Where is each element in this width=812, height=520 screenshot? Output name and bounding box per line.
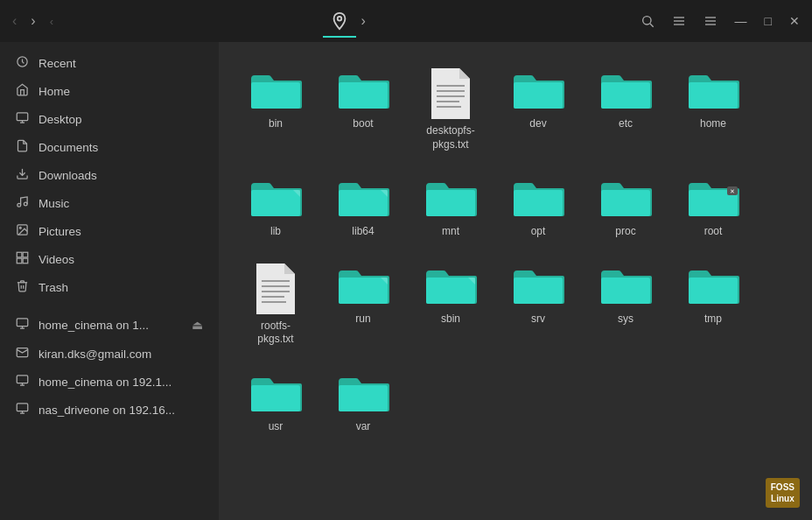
file-item-tmp[interactable]: tmp: [674, 255, 752, 354]
sidebar-item-documents[interactable]: Documents: [0, 133, 219, 161]
svg-rect-39: [514, 82, 563, 109]
file-label: srv: [531, 313, 545, 327]
file-item-etc[interactable]: etc: [586, 60, 665, 158]
up-button[interactable]: ‹: [45, 11, 59, 32]
location-forward-button[interactable]: ›: [356, 10, 371, 32]
close-button[interactable]: ✕: [784, 11, 805, 32]
back-button[interactable]: ‹: [7, 10, 22, 32]
location-bar: ›: [59, 8, 635, 34]
maximize-button[interactable]: □: [760, 11, 777, 32]
desktop-icon: [14, 111, 30, 127]
folder-icon: [510, 262, 566, 307]
svg-point-0: [337, 17, 341, 21]
file-label: root: [704, 225, 723, 239]
file-item-rootfs-pkgs.txt[interactable]: rootfs-pkgs.txt: [236, 255, 315, 354]
sidebar-label-music: Music: [38, 197, 69, 210]
file-item-srv[interactable]: srv: [499, 255, 578, 354]
sidebar-item-home-cinema-2[interactable]: home_cinema on 192.1...: [0, 368, 219, 396]
folder-icon: [423, 262, 479, 307]
folder-icon: [685, 262, 741, 307]
view-options-button[interactable]: [698, 11, 723, 32]
svg-point-17: [19, 227, 21, 228]
forward-button[interactable]: ›: [25, 10, 40, 32]
videos-icon: [14, 251, 30, 267]
minimize-button[interactable]: —: [730, 11, 752, 32]
svg-rect-42: [251, 190, 300, 216]
svg-rect-26: [17, 376, 28, 383]
sidebar-item-music[interactable]: Music: [0, 189, 219, 217]
file-item-home[interactable]: home: [674, 60, 752, 158]
home-icon: [14, 83, 30, 99]
svg-rect-61: [339, 385, 388, 411]
sidebar-item-downloads[interactable]: Downloads: [0, 161, 219, 189]
svg-point-15: [24, 202, 27, 206]
folder-icon: [248, 67, 304, 112]
sidebar-label-videos: Videos: [38, 253, 74, 266]
sidebar-label-recent: Recent: [38, 57, 76, 70]
nas-icon: [14, 402, 30, 418]
sidebar-item-gmail[interactable]: kiran.dks@gmail.com: [0, 340, 219, 368]
folder-icon: [423, 174, 479, 220]
sidebar-item-recent[interactable]: Recent: [0, 49, 219, 77]
list-view-button[interactable]: [667, 11, 691, 32]
sidebar-label-trash: Trash: [38, 281, 68, 294]
search-button[interactable]: [635, 11, 660, 32]
sidebar-item-nas-driveone[interactable]: nas_driveone on 192.16...: [0, 396, 219, 424]
file-item-lib64[interactable]: lib64: [324, 167, 402, 246]
sidebar-item-pictures[interactable]: Pictures: [0, 217, 219, 245]
downloads-icon: [14, 167, 30, 183]
file-item-proc[interactable]: proc: [586, 167, 665, 246]
file-item-desktopfs-pkgs.txt[interactable]: desktopfs-pkgs.txt: [411, 60, 490, 158]
file-item-opt[interactable]: opt: [499, 167, 578, 246]
sidebar-label-downloads: Downloads: [38, 169, 97, 182]
file-label: desktopfs-pkgs.txt: [426, 124, 474, 151]
sidebar-item-trash[interactable]: Trash: [0, 273, 219, 301]
sidebar-label-home: Home: [38, 85, 70, 98]
svg-rect-18: [17, 252, 22, 257]
location-icon[interactable]: [323, 8, 356, 34]
svg-rect-40: [601, 82, 650, 109]
file-label: tmp: [704, 313, 722, 327]
folder-icon: [335, 67, 391, 112]
folder-icon: [510, 67, 566, 112]
file-label: var: [356, 420, 371, 434]
folder-icon: [685, 67, 741, 112]
file-item-run[interactable]: run: [324, 255, 402, 354]
sidebar-item-desktop[interactable]: Desktop: [0, 105, 219, 133]
svg-rect-45: [514, 190, 563, 216]
sidebar-label-documents: Documents: [38, 141, 98, 154]
sidebar-label-home-cinema: home_cinema on 1...: [38, 319, 149, 332]
file-label: mnt: [442, 225, 459, 239]
file-item-lib[interactable]: lib: [236, 167, 315, 246]
sidebar-item-videos[interactable]: Videos: [0, 245, 219, 273]
file-label: opt: [531, 225, 546, 239]
sidebar-item-home-cinema[interactable]: home_cinema on 1... ⏏: [0, 310, 219, 340]
svg-rect-21: [23, 258, 28, 264]
cloud-icon: [14, 346, 30, 362]
sidebar-item-home[interactable]: Home: [0, 77, 219, 105]
file-item-usr[interactable]: usr: [236, 362, 315, 441]
file-item-bin[interactable]: bin: [236, 60, 315, 158]
svg-rect-20: [17, 258, 22, 264]
documents-icon: [14, 139, 30, 155]
file-item-sbin[interactable]: sbin: [411, 255, 490, 354]
text-file-icon: [428, 67, 473, 119]
file-label: bin: [269, 117, 283, 131]
file-item-boot[interactable]: boot: [324, 60, 402, 158]
titlebar-actions: — □ ✕: [635, 11, 805, 32]
file-item-sys[interactable]: sys: [586, 255, 665, 354]
sidebar: Recent Home Desktop Documents Downloads: [0, 42, 219, 520]
text-file-icon: [253, 262, 298, 314]
file-label: run: [355, 313, 370, 327]
svg-rect-59: [689, 278, 738, 304]
folder-icon: ✕: [685, 174, 741, 220]
file-item-var[interactable]: var: [324, 362, 402, 441]
file-item-mnt[interactable]: mnt: [411, 167, 490, 246]
sidebar-label-home-cinema-2: home_cinema on 192.1...: [38, 376, 172, 389]
file-grid: bin boot desktopfs-pkgs.txt dev etc: [236, 60, 794, 441]
file-item-root[interactable]: ✕ root: [674, 167, 752, 246]
eject-button[interactable]: ⏏: [190, 316, 205, 334]
music-icon: [14, 195, 30, 211]
svg-rect-57: [514, 278, 563, 304]
file-item-dev[interactable]: dev: [499, 60, 578, 158]
